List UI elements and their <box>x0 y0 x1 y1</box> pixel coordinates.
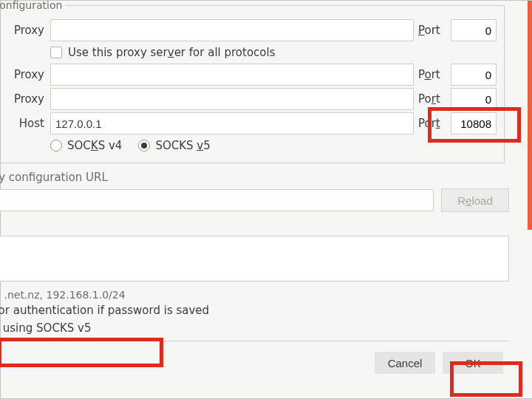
socks-port-label: Port <box>418 117 446 130</box>
use-for-all-checkbox[interactable] <box>50 47 62 58</box>
ftp-proxy-host-input[interactable] <box>50 88 414 110</box>
no-proxy-section: or ozilla.org, .net.nz, 192.168.1.0/24 <box>0 219 509 301</box>
auth-prompt-option[interactable]: prompt for authentication if password is… <box>0 304 509 317</box>
radio-icon <box>50 140 62 151</box>
ftp-port-label: Port <box>418 92 446 106</box>
no-proxy-example: ozilla.org, .net.nz, 192.168.1.0/24 <box>0 289 509 301</box>
reload-button: Reload <box>441 188 509 212</box>
socks-port-input[interactable] <box>451 112 497 134</box>
http-proxy-host-input[interactable] <box>50 19 414 41</box>
proxy-dns-option[interactable]: NS when using SOCKS v5 <box>0 321 509 335</box>
socks-v4-label: SOCKS v4 <box>67 139 122 152</box>
pac-label: atic proxy configuration URL <box>0 171 509 184</box>
http-port-input[interactable] <box>451 19 497 41</box>
http-proxy-label: Proxy <box>0 24 46 37</box>
dialog-buttons: Cancel OK <box>0 341 509 374</box>
http-port-label: Port <box>418 24 446 37</box>
ok-button[interactable]: OK <box>443 352 503 374</box>
no-proxy-label: or <box>0 219 509 233</box>
no-proxy-textarea[interactable] <box>0 236 509 282</box>
manual-proxy-fieldset: proxy configuration Proxy Port Use this … <box>0 0 505 163</box>
socks-v5-label: SOCKS v5 <box>155 139 210 152</box>
section-title: proxy configuration <box>0 0 65 11</box>
ssl-proxy-label: Proxy <box>0 68 46 81</box>
scrollbar[interactable] <box>528 1 532 230</box>
radio-icon <box>138 140 150 151</box>
socks-v4-radio[interactable]: SOCKS v4 <box>50 139 122 152</box>
use-for-all-row[interactable]: Use this proxy server for all protocols <box>50 46 497 59</box>
pac-section: atic proxy configuration URL Reload <box>0 171 509 212</box>
socks-proxy-row: Host Port <box>0 112 497 134</box>
content-area: proxy configuration Proxy Port Use this … <box>0 0 518 384</box>
ftp-proxy-label: Proxy <box>0 92 46 106</box>
http-proxy-row: Proxy Port <box>0 19 497 41</box>
ssl-proxy-row: Proxy Port <box>0 64 497 86</box>
socks-proxy-host-input[interactable] <box>50 112 414 134</box>
ssl-port-input[interactable] <box>451 64 497 86</box>
cancel-button[interactable]: Cancel <box>375 352 435 374</box>
ftp-port-input[interactable] <box>451 88 497 110</box>
use-for-all-label: Use this proxy server for all protocols <box>68 46 276 59</box>
socks-v5-radio[interactable]: SOCKS v5 <box>138 139 210 152</box>
ssl-proxy-host-input[interactable] <box>50 64 414 86</box>
socks-version-row: SOCKS v4 SOCKS v5 <box>50 139 497 152</box>
connection-settings-window: proxy configuration Proxy Port Use this … <box>0 0 532 399</box>
pac-url-input[interactable] <box>0 189 434 211</box>
ftp-proxy-row: Proxy Port <box>0 88 497 110</box>
socks-proxy-label: Host <box>0 117 46 130</box>
ssl-port-label: Port <box>418 68 446 81</box>
